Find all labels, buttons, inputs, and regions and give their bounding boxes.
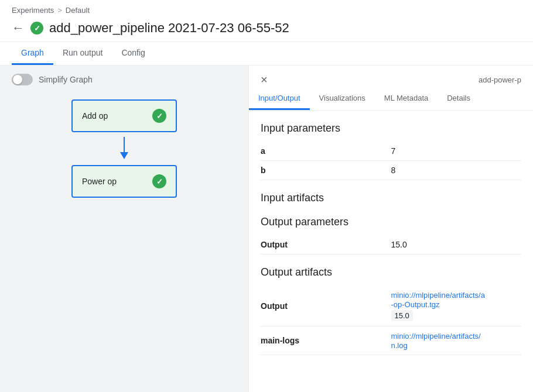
node-add-op[interactable]: Add op [71, 99, 177, 132]
artifact-link-main-logs[interactable]: minio://mlpipeline/artifacts/n.log [391, 332, 481, 350]
node-power-op-status [152, 174, 166, 188]
param-key-a: a [261, 142, 391, 161]
output-param-key: Output [261, 235, 391, 255]
artifact-value-output: minio://mlpipeline/artifacts/a-op-Output… [391, 286, 522, 326]
artifact-link-output[interactable]: minio://mlpipeline/artifacts/a-op-Output… [391, 291, 485, 309]
table-row: main-logs minio://mlpipeline/artifacts/n… [261, 326, 521, 355]
detail-tab-details[interactable]: Details [438, 88, 480, 110]
tab-graph[interactable]: Graph [12, 42, 53, 65]
param-value-b: 8 [391, 161, 522, 180]
close-button[interactable]: × [261, 74, 268, 85]
table-row: a 7 [261, 142, 521, 161]
main-tabs: Graph Run output Config [0, 42, 533, 66]
svg-marker-1 [120, 152, 128, 159]
simplify-row: Simplify Graph [0, 66, 248, 94]
node-power-op[interactable]: Power op [71, 165, 177, 198]
toggle-knob [13, 75, 22, 84]
detail-header: × add-power-p [249, 66, 533, 85]
output-artifacts-section: Output artifacts Output minio://mlpipeli… [261, 266, 521, 355]
detail-content: Input parameters a 7 b 8 [249, 111, 533, 379]
output-artifacts-title: Output artifacts [261, 266, 521, 278]
page-title: add_power_pipeline 2021-07-23 06-55-52 [49, 20, 289, 36]
output-param-value: 15.0 [391, 235, 522, 255]
node-add-op-label: Add op [82, 111, 108, 121]
table-row: Output 15.0 [261, 235, 521, 255]
detail-panel: × add-power-p Input/Output Visualization… [249, 66, 533, 392]
input-artifacts-title: Input artifacts [261, 192, 521, 204]
graph-area: Add op Power op [0, 94, 248, 198]
detail-tab-ml-metadata[interactable]: ML Metadata [375, 88, 438, 110]
arrow-down-icon [118, 137, 130, 160]
tab-config[interactable]: Config [112, 42, 154, 65]
artifact-key-main-logs: main-logs [261, 326, 391, 355]
param-value-a: 7 [391, 142, 522, 161]
breadcrumb-experiments[interactable]: Experiments [12, 6, 54, 15]
detail-tabs: Input/Output Visualizations ML Metadata … [249, 88, 533, 111]
artifact-key-output: Output [261, 286, 391, 326]
output-parameters-section: Output parameters Output 15.0 [261, 216, 521, 255]
output-artifacts-table: Output minio://mlpipeline/artifacts/a-op… [261, 286, 521, 355]
detail-tab-input-output[interactable]: Input/Output [249, 88, 310, 110]
simplify-label: Simplify Graph [39, 75, 93, 84]
breadcrumb-separator: > [57, 6, 62, 15]
table-row: Output minio://mlpipeline/artifacts/a-op… [261, 286, 521, 326]
artifact-badge-output: 15.0 [391, 310, 413, 321]
back-button[interactable]: ← [12, 20, 25, 36]
graph-panel: Simplify Graph Add op Power op [0, 66, 249, 392]
page-header: ← add_power_pipeline 2021-07-23 06-55-52 [0, 17, 533, 42]
breadcrumb: Experiments > Default [0, 0, 533, 17]
input-artifacts-section: Input artifacts [261, 192, 521, 204]
graph-arrow [118, 132, 130, 165]
input-parameters-title: Input parameters [261, 122, 521, 135]
tab-run-output[interactable]: Run output [53, 42, 112, 65]
input-parameters-section: Input parameters a 7 b 8 [261, 122, 521, 180]
detail-panel-title: add-power-p [479, 75, 521, 84]
simplify-toggle[interactable] [12, 74, 33, 85]
artifact-value-main-logs: minio://mlpipeline/artifacts/n.log [391, 326, 522, 355]
param-key-b: b [261, 161, 391, 180]
node-add-op-status [152, 109, 166, 123]
input-parameters-table: a 7 b 8 [261, 142, 521, 180]
detail-tab-visualizations[interactable]: Visualizations [310, 88, 375, 110]
status-icon [30, 22, 43, 35]
table-row: b 8 [261, 161, 521, 180]
output-parameters-table: Output 15.0 [261, 235, 521, 255]
output-parameters-title: Output parameters [261, 216, 521, 228]
node-power-op-label: Power op [82, 177, 117, 186]
main-content: Simplify Graph Add op Power op [0, 66, 533, 392]
breadcrumb-current[interactable]: Default [66, 6, 90, 15]
